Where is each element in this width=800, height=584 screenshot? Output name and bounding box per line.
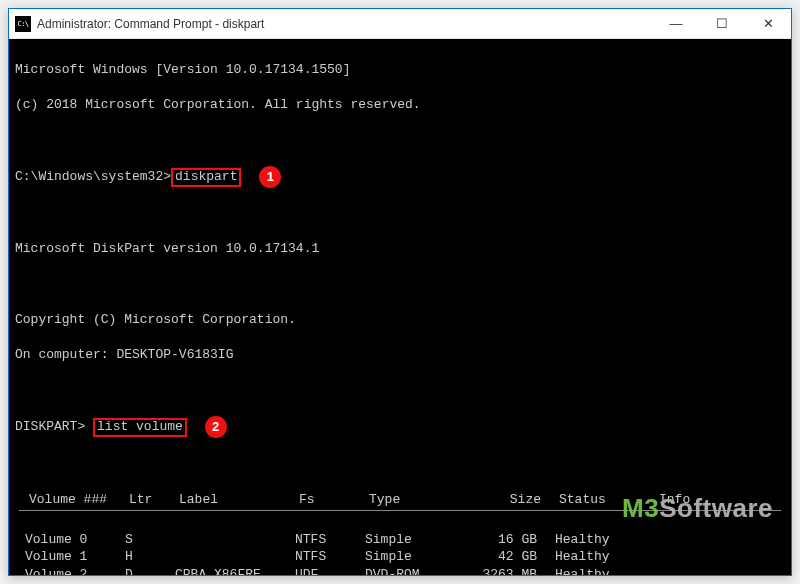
diskpart-version: Microsoft DiskPart version 10.0.17134.1: [15, 240, 785, 258]
table-row: Volume 2DCPBA_X86FREUDFDVD-ROM3263 MBHea…: [15, 566, 785, 575]
header-version: Microsoft Windows [Version 10.0.17134.15…: [15, 61, 785, 79]
command-line-1: C:\Windows\system32>diskpart 1: [15, 166, 785, 188]
diskpart-copyright: Copyright (C) Microsoft Corporation.: [15, 311, 785, 329]
close-button[interactable]: ✕: [745, 9, 791, 38]
watermark-logo: M3Software: [576, 456, 773, 561]
maximize-button[interactable]: ☐: [699, 9, 745, 38]
cmd-icon: C:\: [15, 16, 31, 32]
window-title: Administrator: Command Prompt - diskpart: [37, 17, 653, 31]
step-badge-2: 2: [205, 416, 227, 438]
titlebar[interactable]: C:\ Administrator: Command Prompt - disk…: [9, 9, 791, 39]
cmd2-highlight: list volume: [93, 418, 187, 436]
header-copyright: (c) 2018 Microsoft Corporation. All righ…: [15, 96, 785, 114]
terminal-output[interactable]: Microsoft Windows [Version 10.0.17134.15…: [9, 39, 791, 575]
minimize-button[interactable]: —: [653, 9, 699, 38]
cmd1-highlight: diskpart: [171, 168, 241, 186]
cmd-window: C:\ Administrator: Command Prompt - disk…: [8, 8, 792, 576]
command-line-2: DISKPART> list volume 2: [15, 416, 785, 438]
diskpart-computer: On computer: DESKTOP-V6183IG: [15, 346, 785, 364]
step-badge-1: 1: [259, 166, 281, 188]
